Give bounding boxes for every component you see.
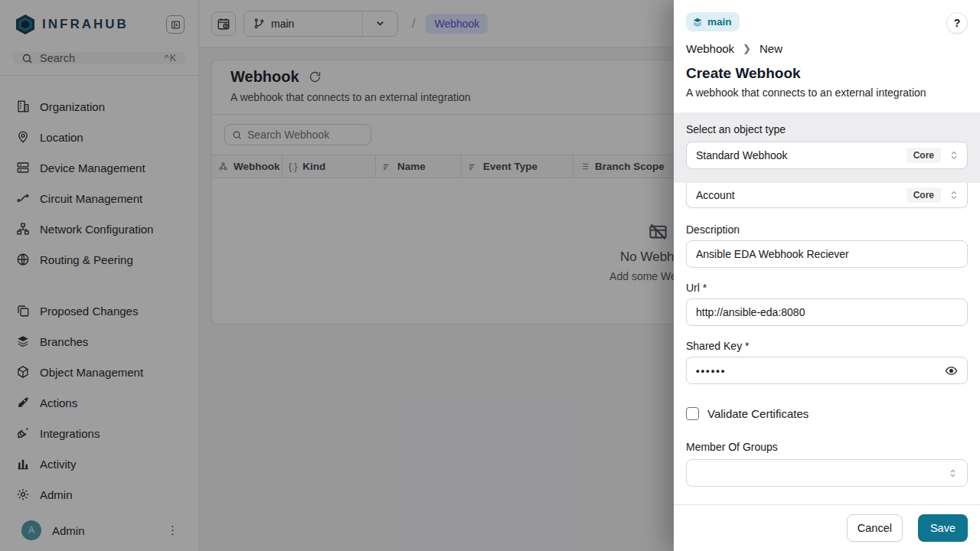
description-input[interactable]: Ansible EDA Webhook Reciever xyxy=(686,240,968,268)
breadcrumb-parent[interactable]: Webhook xyxy=(686,42,734,55)
account-select-value: Account xyxy=(696,189,906,201)
panel-title: Create Webhook xyxy=(686,65,968,82)
chevron-updown-icon xyxy=(948,468,958,478)
shared-key-input[interactable]: •••••• xyxy=(686,357,968,384)
validate-certificates-label: Validate Certificates xyxy=(707,407,808,420)
chevron-right-icon: ❯ xyxy=(743,43,751,54)
object-type-label: Select an object type xyxy=(686,123,968,135)
url-input[interactable]: http://ansible-eda:8080 xyxy=(686,298,968,326)
chevron-updown-icon xyxy=(949,150,959,161)
breadcrumb-current: New xyxy=(760,42,782,55)
branch-badge: main xyxy=(686,12,740,31)
url-value: http://ansible-eda:8080 xyxy=(696,306,805,318)
url-label: Url * xyxy=(686,282,968,294)
panel-footer: Cancel Save xyxy=(674,504,980,551)
core-badge: Core xyxy=(906,187,941,203)
description-label: Description xyxy=(686,223,968,236)
eye-icon[interactable] xyxy=(945,364,958,377)
panel-subtitle: A webhook that connects to an external i… xyxy=(686,86,968,99)
object-type-value: Standard Webhook xyxy=(696,149,906,161)
layers-icon xyxy=(692,17,703,28)
panel-header: main ? Webhook ❯ New Create Webhook A we… xyxy=(674,0,980,112)
panel-breadcrumb: Webhook ❯ New xyxy=(686,42,968,55)
create-webhook-panel: main ? Webhook ❯ New Create Webhook A we… xyxy=(674,0,980,551)
member-of-groups-select[interactable] xyxy=(686,459,968,487)
core-badge: Core xyxy=(906,148,941,163)
branch-badge-label: main xyxy=(707,16,732,28)
panel-form: Select an object type Standard Webhook C… xyxy=(674,112,980,504)
cancel-button[interactable]: Cancel xyxy=(847,514,903,542)
validate-certificates-checkbox[interactable] xyxy=(686,407,699,420)
account-select[interactable]: Account Core xyxy=(686,183,968,208)
description-value: Ansible EDA Webhook Reciever xyxy=(696,248,849,260)
member-of-groups-label: Member Of Groups xyxy=(686,441,968,453)
object-type-select[interactable]: Standard Webhook Core xyxy=(686,142,968,169)
shared-key-value: •••••• xyxy=(696,365,726,377)
chevron-updown-icon xyxy=(949,190,959,201)
object-type-section: Select an object type Standard Webhook C… xyxy=(674,112,980,183)
save-button[interactable]: Save xyxy=(918,514,968,542)
shared-key-label: Shared Key * xyxy=(686,340,968,352)
help-button[interactable]: ? xyxy=(946,12,968,34)
modal-overlay[interactable] xyxy=(0,0,674,551)
